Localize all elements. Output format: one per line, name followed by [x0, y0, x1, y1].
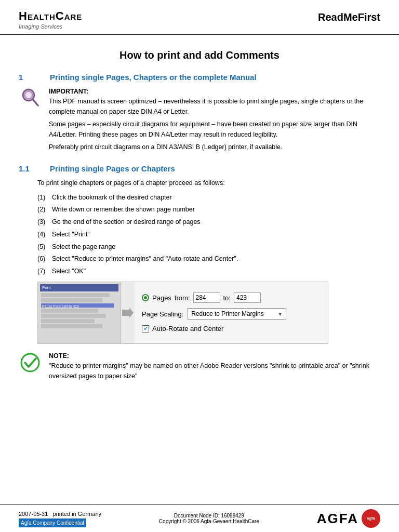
- important-para3: Preferably print circuit diagrams on a D…: [49, 142, 380, 152]
- pages-label: Pages: [152, 294, 171, 302]
- section1-title: Printing single Pages, Chapters or the c…: [50, 73, 257, 82]
- step1-num: (1): [37, 193, 47, 203]
- important-note: IMPORTANT: This PDF manual is screen opt…: [19, 87, 380, 155]
- step4-num: (4): [37, 230, 47, 240]
- step-3: (3) Go the end of the section or desired…: [37, 217, 380, 227]
- section1-number: 1: [19, 73, 37, 82]
- step5-num: (5): [37, 242, 47, 252]
- scaling-label: Page Scaling:: [142, 310, 183, 318]
- doc-node: Document Node ID: 16099429: [159, 513, 259, 518]
- footer: 2007-05-31 printed in Germany Agfa Compa…: [0, 504, 399, 532]
- scaling-value: Reduce to Printer Margins: [191, 310, 263, 317]
- step2-text: Write down or remember the shown page nu…: [52, 205, 195, 215]
- dialog-screenshot: Print Pages from 284 to 423: [37, 282, 380, 344]
- step4-text: Select "Print": [52, 230, 90, 240]
- dialog-tree: Pages from 284 to 423: [40, 293, 118, 328]
- footer-right: AGFA agfa: [317, 509, 380, 528]
- agfa-brand: AGFA: [317, 511, 358, 527]
- to-input[interactable]: [234, 292, 261, 303]
- steps-list: (1) Click the bookmark of the desired ch…: [37, 193, 380, 276]
- scaling-row: Page Scaling: Reduce to Printer Margins …: [142, 308, 321, 320]
- main-content: How to print and add Comments 1 Printing…: [0, 35, 399, 394]
- note2-content: NOTE: "Reduce to printer margins" may be…: [49, 351, 380, 384]
- footer-printed: printed in Germany: [52, 511, 101, 517]
- footer-confidential: Agfa Company Confidential: [19, 518, 86, 527]
- step7-num: (7): [37, 267, 47, 276]
- copyright: Copyright © 2006 Agfa-Gevaert HealthCare: [159, 518, 259, 524]
- footer-center: Document Node ID: 16099429 Copyright © 2…: [159, 513, 259, 524]
- checkmark-icon: [20, 353, 40, 373]
- magnifying-glass-icon: [20, 87, 40, 110]
- section11-heading: 1.1 Printing single Pages or Chapters: [19, 164, 380, 173]
- to-label: to:: [223, 294, 231, 302]
- step7-text: Select "OK": [52, 267, 86, 276]
- svg-point-5: [21, 354, 39, 371]
- step-1: (1) Click the bookmark of the desired ch…: [37, 193, 380, 203]
- logo-text: HealthCare: [19, 9, 82, 23]
- footer-left: 2007-05-31 printed in Germany Agfa Compa…: [19, 510, 101, 527]
- important-icon: [19, 87, 42, 110]
- step6-num: (6): [37, 254, 47, 264]
- section11: 1.1 Printing single Pages or Chapters To…: [19, 164, 380, 384]
- checkbox-row: ✓ Auto-Rotate and Center: [142, 325, 321, 332]
- steps-intro: To print single chapters or pages of a c…: [37, 178, 380, 188]
- company-logo: HealthCare Imaging Services: [19, 9, 82, 30]
- step-6: (6) Select "Reduce to printer margins" a…: [37, 254, 380, 264]
- important-para1: This PDF manual is screen optimized – ne…: [49, 97, 380, 117]
- step3-num: (3): [37, 217, 47, 227]
- section1-heading: 1 Printing single Pages, Chapters or the…: [19, 73, 380, 82]
- from-label: from:: [175, 294, 190, 302]
- section11-title: Printing single Pages or Chapters: [50, 164, 175, 173]
- important-label: IMPORTANT:: [49, 87, 380, 97]
- step2-num: (2): [37, 205, 47, 215]
- important-para2: Some pages – especially circuit diagrams…: [49, 119, 380, 140]
- important-note-content: IMPORTANT: This PDF manual is screen opt…: [49, 87, 380, 155]
- step3-text: Go the end of the section or desired ran…: [52, 217, 201, 227]
- note-icon: [19, 351, 42, 374]
- footer-date: 2007-05-31: [19, 511, 48, 517]
- step1-text: Click the bookmark of the desired chapte…: [52, 193, 172, 203]
- step6-text: Select "Reduce to printer margins" and "…: [52, 254, 238, 264]
- note2-text: "Reduce to printer margins" may be named…: [49, 361, 380, 381]
- step5-text: Select the page range: [52, 242, 115, 252]
- step-7: (7) Select "OK": [37, 267, 380, 276]
- dialog-left-panel: Print Pages from 284 to 423: [38, 282, 121, 343]
- scaling-arrow-icon: ▼: [277, 311, 283, 317]
- logo-subtitle: Imaging Services: [19, 23, 82, 30]
- svg-line-2: [33, 99, 38, 105]
- note2: NOTE: "Reduce to printer margins" may be…: [19, 351, 380, 384]
- document-title: ReadMeFirst: [318, 9, 380, 23]
- dialog-titlebar: Print: [42, 285, 50, 290]
- scaling-select[interactable]: Reduce to Printer Margins ▼: [188, 308, 286, 320]
- step-5: (5) Select the page range: [37, 242, 380, 252]
- step-2: (2) Write down or remember the shown pag…: [37, 205, 380, 215]
- svg-point-3: [26, 93, 31, 97]
- page-title: How to print and add Comments: [19, 49, 380, 61]
- autorotate-label: Auto-Rotate and Center: [152, 325, 223, 332]
- step-4: (4) Select "Print": [37, 230, 380, 240]
- dialog-arrow: [121, 282, 135, 343]
- pages-radio[interactable]: [142, 294, 149, 301]
- footer-date-printed: 2007-05-31 printed in Germany: [19, 510, 101, 518]
- header: HealthCare Imaging Services ReadMeFirst: [0, 0, 399, 35]
- from-input[interactable]: [193, 292, 220, 303]
- note2-label: NOTE:: [49, 351, 380, 361]
- autorotate-checkbox[interactable]: ✓: [142, 325, 149, 332]
- dialog-right-panel: Pages from: to: Page Scaling: Reduce to …: [135, 282, 328, 343]
- pages-row: Pages from: to:: [142, 292, 321, 303]
- section11-number: 1.1: [19, 164, 37, 173]
- agfa-logo-icon: agfa: [362, 509, 380, 528]
- svg-marker-4: [122, 308, 134, 318]
